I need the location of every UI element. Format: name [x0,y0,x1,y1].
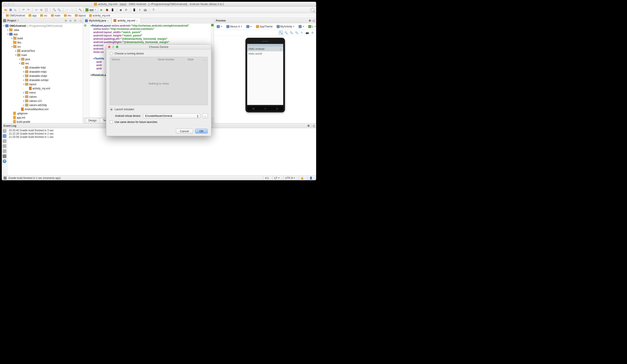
tree-node[interactable]: main [2,53,83,57]
activity-dropdown[interactable]: MyActivity▼ [275,24,296,29]
avd-more-button[interactable]: ... [203,113,208,118]
dialog-close-icon[interactable] [108,46,110,48]
run-icon[interactable]: ▶ [100,8,104,12]
paste-icon[interactable]: 📋 [44,8,48,12]
copy-icon[interactable]: ⧉ [39,8,44,12]
crumb-src[interactable]: src [37,13,49,18]
radio-icon[interactable] [110,108,113,111]
tree-node[interactable]: app.iml [2,115,83,120]
lock-icon[interactable]: 🔒 [299,176,306,180]
close-icon[interactable]: × [136,20,139,22]
radio-launch-emulator[interactable]: Launch emulator [110,108,208,111]
design-tab[interactable]: Design [85,118,100,123]
gear-icon[interactable]: ⚙ [73,19,77,22]
device-table[interactable]: Device Serial Number State ... Nothing t… [110,57,208,105]
file-encoding[interactable]: UTF-8▼ [283,176,297,180]
preview-canvas[interactable]: OMG Android ⋮ Hello world! ◁ ○ □ [214,36,316,123]
editor-tab[interactable]: activity_my.xml× [111,18,140,23]
screenshot-icon[interactable]: 📷 [305,31,309,35]
editor-tab[interactable]: MyActivity.java× [83,18,111,23]
tree-node[interactable]: app [2,32,83,36]
radio-icon[interactable] [110,52,113,55]
reuse-device-checkbox[interactable]: Use same device for future launches [110,120,208,124]
replace-icon[interactable]: 🔍 [57,8,61,12]
tree-node[interactable]: values-w820dp [2,103,83,107]
redo-icon[interactable]: ↷ [26,8,31,12]
render-dropdown[interactable]: ▼ [215,24,224,29]
tree-node[interactable]: src [2,45,83,49]
soft-wrap-icon[interactable] [3,144,6,148]
device-dropdown[interactable]: Nexus 4▼ [225,24,244,29]
help-icon[interactable]: ? [151,8,156,12]
api-dropdown[interactable]: L▼ [307,24,316,29]
tree-node[interactable]: libs [2,40,83,45]
back-icon[interactable]: ← [65,8,69,12]
crumb-layout[interactable]: layout [72,13,87,18]
tree-node[interactable]: res [2,61,83,65]
line-separator[interactable]: LF▼ [272,176,281,180]
hide-icon[interactable]: →| [311,124,314,127]
zoom-window-icon[interactable] [12,3,14,5]
crumb-main[interactable]: main [48,13,62,18]
close-icon[interactable]: × [107,20,109,22]
project-tree[interactable]: OMGAndroid (~/Programming/OMGAndroid).id… [2,23,83,123]
gear-icon[interactable]: ⚙ [309,19,311,22]
tree-node[interactable]: menu [2,91,83,95]
stop-icon[interactable]: ◼ [118,8,123,12]
avd-select[interactable]: EmulateMasterGeneral ▲▼ [143,113,200,118]
save-icon[interactable] [8,8,13,12]
close-window-icon[interactable] [3,3,6,5]
tree-node[interactable]: drawable-xhdpi [2,74,83,78]
tree-node[interactable]: activity_my.xml [2,86,83,91]
undo-icon[interactable]: ↶ [21,8,26,12]
settings-icon[interactable]: ⚙ [311,31,314,35]
tree-node[interactable]: build.gradle [2,120,83,123]
forward-icon[interactable]: → [70,8,74,12]
monitor-icon[interactable]: 🤖 [143,8,148,12]
gradle-icon[interactable]: ⚙ [124,8,128,12]
run-config-selector[interactable]: app ▼ [83,7,98,12]
gutter-marker-icon[interactable] [84,24,87,27]
crumb-file[interactable]: activity_my.xml [86,13,112,18]
zoom-actual-icon[interactable]: 🔍 [284,31,288,35]
tree-node[interactable]: drawable-xxhdpi [2,78,83,82]
zoom-fit-icon[interactable]: 🔍 [279,31,283,35]
hide-icon[interactable]: →| [78,19,81,22]
tree-node[interactable]: drawable-mdpi [2,70,83,74]
gear-icon[interactable]: ⚙ [307,124,310,127]
tree-node[interactable]: values [2,95,83,99]
caret-position[interactable]: 4:1 [263,176,270,180]
minimize-window-icon[interactable] [8,3,10,5]
avd-icon[interactable]: 📱 [132,8,137,12]
ok-button[interactable]: OK [195,129,208,133]
attach-icon[interactable]: 📱 [110,8,115,12]
radio-running-device[interactable]: Choose a running device [110,52,208,55]
tree-node[interactable]: build [2,36,83,40]
trash-icon[interactable] [3,154,6,158]
checkbox-icon[interactable] [110,120,113,124]
cancel-button[interactable]: Cancel [176,129,193,133]
orientation-dropdown[interactable]: ▼ [245,24,253,29]
debug-icon[interactable]: 🐞 [105,8,109,12]
dialog-zoom-icon[interactable] [116,46,118,48]
tree-node[interactable]: java [2,57,83,61]
zoom-in-icon[interactable]: 🔍 [289,31,293,35]
find-icon[interactable]: 🔍 [52,8,56,12]
balloon-icon[interactable] [3,129,6,133]
scroll-icon[interactable]: ⊖ [69,19,72,22]
cut-icon[interactable]: ✂ [34,8,39,12]
crumb-app[interactable]: app [26,13,38,18]
build-icon[interactable]: 🔨 [78,8,82,12]
tree-node[interactable]: .idea [2,28,83,32]
tree-node[interactable]: .gitignore [2,111,83,115]
crumb-res[interactable]: res [61,13,73,18]
zoom-out-icon[interactable]: 🔍 [295,31,299,35]
refresh-icon[interactable]: ↻ [300,31,304,35]
tree-node[interactable]: AndroidManifest.xml [2,107,83,111]
filter-icon[interactable] [3,139,6,143]
tree-node[interactable]: androidTest [2,49,83,53]
collapse-icon[interactable]: ⊕ [64,19,68,22]
tree-node[interactable]: drawable-hdpi [2,65,83,70]
theme-dropdown[interactable]: AppTheme [255,24,274,29]
scroll-end-icon[interactable] [3,149,6,153]
